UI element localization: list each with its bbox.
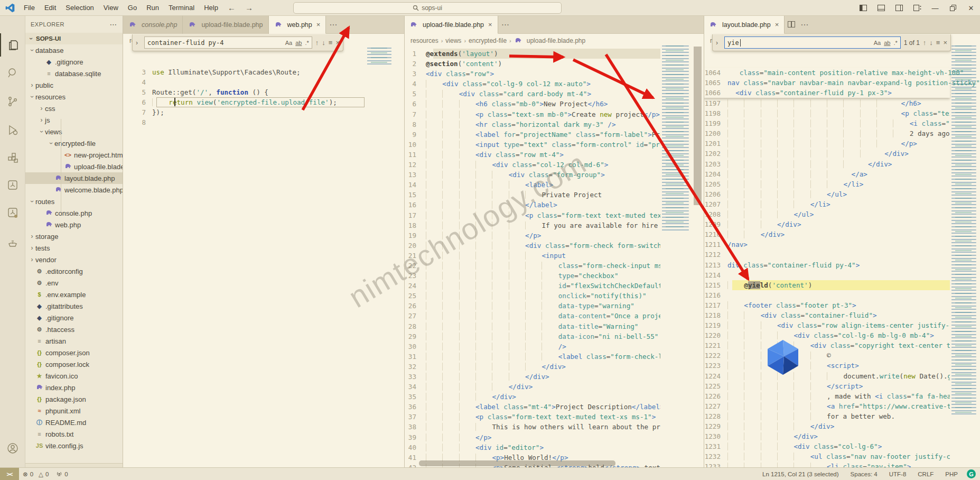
tree-item-robots-txt[interactable]: ≡robots.txt — [25, 428, 123, 440]
tree-item-database[interactable]: ›database — [25, 44, 123, 56]
problems-status[interactable]: ⊗0 △0 — [19, 470, 52, 478]
code-line-8[interactable]: 8 — [123, 117, 365, 127]
tree-item-composer-lock[interactable]: {}composer.lock — [25, 358, 123, 370]
code-line-24[interactable]: 24 id="flexSwitchCheckDefault" — [404, 281, 660, 291]
toggle-secondary-sidebar-icon[interactable] — [890, 0, 908, 16]
code-line-1218[interactable]: 1218 <div class="container-fluid"> — [704, 310, 950, 320]
code-line-1220[interactable]: 1220 <div class="col-lg-6 mb-lg-0 mb-4"> — [704, 330, 950, 340]
whole-word-icon[interactable]: ab — [295, 40, 302, 46]
code-line-10[interactable]: 10 <input type="text" class="form-contro… — [404, 140, 660, 150]
close-tab-icon[interactable]: × — [488, 21, 492, 29]
tree-item-favicon-ico[interactable]: ★favicon.ico — [25, 370, 123, 382]
ports-status[interactable]: 0 — [52, 471, 71, 477]
code-line-19[interactable]: 19 </p> — [404, 230, 660, 241]
code-line-1201[interactable]: 1201 </p> — [704, 139, 950, 149]
restore-icon[interactable] — [944, 0, 962, 16]
match-case-icon[interactable]: Aa — [285, 40, 292, 46]
tab-upload-file.blade.php[interactable]: upload-file.blade.php× — [404, 16, 498, 34]
code-line-31[interactable]: 31 <label class="form-check-label"> — [404, 352, 660, 362]
code-line-1204[interactable]: 1204 </a> — [704, 169, 950, 179]
find-expand-icon[interactable]: › — [136, 39, 141, 47]
tab-upload-file.blade.php[interactable]: upload-file.blade.php — [183, 16, 268, 34]
code-line-26[interactable]: 26 data-type="warning" — [404, 301, 660, 311]
code-line-37[interactable]: 37 <p class="form-text text-muted text-x… — [404, 412, 660, 422]
code-line-30[interactable]: 30 /> — [404, 341, 660, 352]
tree-item-package-json[interactable]: {}package.json — [25, 393, 123, 405]
code-line-1222[interactable]: 1222 © — [704, 350, 950, 361]
more-actions-icon[interactable]: ⋯ — [329, 20, 337, 30]
code-area[interactable]: 1@extends('layout')2@section('content')3… — [404, 49, 660, 467]
group-sash[interactable] — [404, 16, 405, 467]
find-in-selection-icon[interactable]: ≡ — [329, 39, 333, 47]
cursor-position[interactable]: Ln 1215, Col 21 (3 selected) — [757, 471, 844, 477]
code-line-8[interactable]: 8 <hr class="horizontal dark my-3" /> — [404, 119, 660, 130]
tree-item-index-php[interactable]: index.php — [25, 382, 123, 393]
breadcrumb-item[interactable]: upload-file.blade.php — [527, 37, 585, 44]
code-line-38[interactable]: 38 This is how others will learn about t… — [404, 422, 660, 432]
breadcrumb-item[interactable]: encrypted-file — [469, 37, 507, 44]
code-line-16[interactable]: 16 </label> — [404, 200, 660, 210]
minimap[interactable] — [660, 45, 693, 230]
menu-file[interactable]: File — [19, 4, 40, 12]
tree-item--htaccess[interactable]: ⚙.htaccess — [25, 324, 123, 335]
tree-item--gitignore[interactable]: ◆.gitignore — [25, 56, 123, 68]
tree-item-storage[interactable]: ›storage — [25, 230, 123, 242]
menu-view[interactable]: View — [99, 4, 123, 12]
tree-item--env[interactable]: ⚙.env — [25, 277, 123, 289]
code-line-20[interactable]: 20 <div class="form-check form-switch ps… — [404, 241, 660, 251]
minimize-icon[interactable]: — — [926, 0, 944, 16]
code-line-1212[interactable]: 1212 — [704, 250, 950, 260]
code-line-25[interactable]: 25 onclick="notify(this)" — [404, 291, 660, 301]
code-line-5[interactable]: 5 <div class="card card-body mt-4"> — [404, 89, 660, 99]
code-line-1210[interactable]: 1210 </div> — [704, 229, 950, 239]
find-input[interactable]: yieAaab.* — [724, 36, 901, 49]
extensions-icon[interactable] — [0, 146, 25, 169]
code-line-1205[interactable]: 1205 </li> — [704, 179, 950, 189]
tree-item-console-php[interactable]: console.php — [25, 207, 123, 219]
code-line-3[interactable]: 3use Illuminate\Support\Facades\Route; — [123, 67, 365, 77]
find-input[interactable]: container-fluid py-4Aaab.* — [144, 36, 312, 49]
match-case-icon[interactable]: Aa — [874, 40, 881, 46]
code-line-3[interactable]: 3<div class="row"> — [404, 69, 660, 79]
code-line-6[interactable]: 6 return view('encrypted-file.upload-fil… — [123, 97, 365, 107]
code-line-1227[interactable]: 1227 <a href="https://www.creative-tim.c… — [704, 401, 950, 411]
code-line-4[interactable]: 4 <div class="col-lg-9 col-12 mx-auto"> — [404, 79, 660, 89]
code-line-1[interactable]: 1@extends('layout') — [404, 49, 660, 59]
code-line-5[interactable]: 5Route::get('/', function () { — [123, 87, 365, 97]
code-line-4[interactable]: 4 — [123, 77, 365, 87]
toggle-sidebar-icon[interactable] — [854, 0, 872, 16]
code-line-1217[interactable]: 1217 <footer class="footer pt-3"> — [704, 300, 950, 310]
tree-item--gitattributes[interactable]: ◆.gitattributes — [25, 300, 123, 312]
close-tab-icon[interactable]: × — [775, 21, 779, 29]
tree-item--env-example[interactable]: $.env.example — [25, 289, 123, 300]
code-line-6[interactable]: 6 <h6 class="mb-0">New Project</h6> — [404, 99, 660, 109]
language-mode[interactable]: PHP — [939, 471, 964, 477]
menu-edit[interactable]: Edit — [40, 4, 61, 12]
code-line-1199[interactable]: 1199 <i class="fa fa-clock"> — [704, 118, 950, 128]
breadcrumb-item[interactable]: views — [445, 37, 461, 44]
code-line-1219[interactable]: 1219 <div class="row align-items-center … — [704, 320, 950, 330]
menu-run[interactable]: Run — [142, 4, 164, 12]
minimap[interactable] — [950, 45, 980, 414]
tree-item-encrypted-file[interactable]: ›encrypted-file — [25, 137, 123, 149]
code-line-7[interactable]: 7 <p class="text-sm mb-0">Create new pro… — [404, 109, 660, 119]
tree-item-views[interactable]: ›views — [25, 126, 123, 137]
account-icon[interactable] — [0, 437, 25, 460]
code-line-1209[interactable]: 1209 </div> — [704, 219, 950, 229]
code-line-1226[interactable]: 1226 , made with <i class="fa fa-heart">… — [704, 391, 950, 401]
find-expand-icon[interactable]: › — [716, 39, 721, 47]
tree-item-routes[interactable]: ›routes — [25, 196, 123, 207]
code-line-1206[interactable]: 1206 </ul> — [704, 189, 950, 199]
code-line-1207[interactable]: 1207 </li> — [704, 199, 950, 209]
nav-back-icon[interactable]: ← — [223, 3, 240, 12]
code-line-1208[interactable]: 1208 </ul> — [704, 209, 950, 219]
outline-section[interactable]: ›OUTLINE — [25, 463, 123, 467]
tree-item-readme-md[interactable]: ⓘREADME.md — [25, 417, 123, 428]
whole-word-icon[interactable]: ab — [884, 40, 890, 46]
code-line-1197[interactable]: 1197 </h6> — [704, 98, 950, 108]
indentation[interactable]: Spaces: 4 — [845, 471, 883, 477]
tree-item-new-project-html[interactable]: <>new-project.html — [25, 149, 123, 161]
code-line-27[interactable]: 27 data-content="Once a project is made" — [404, 311, 660, 321]
breadcrumb-item[interactable]: resources — [410, 37, 438, 44]
tree-item--editorconfig[interactable]: ⚙.editorconfig — [25, 265, 123, 277]
